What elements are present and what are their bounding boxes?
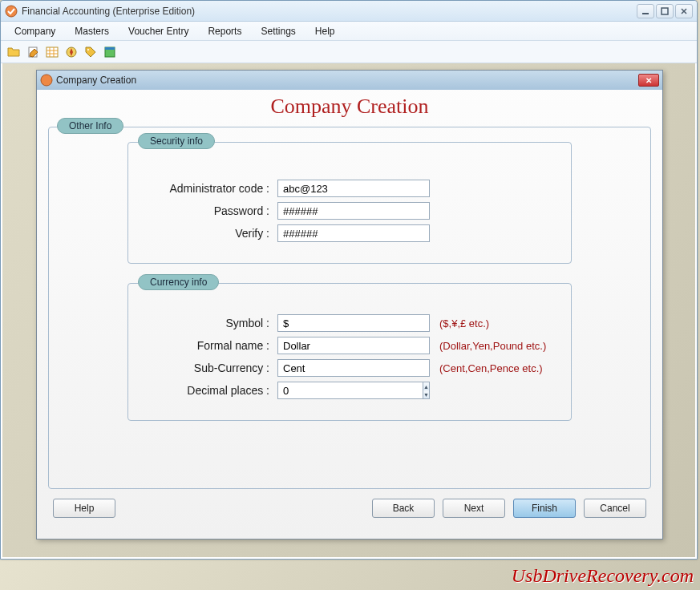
dialog-button-row: Help Back Next Finish Cancel xyxy=(48,499,651,518)
currency-legend: Currency info xyxy=(138,274,219,290)
mdi-area: Company Creation ✕ Company Creation Othe… xyxy=(2,63,695,557)
menu-masters[interactable]: Masters xyxy=(65,23,119,39)
menu-settings[interactable]: Settings xyxy=(251,23,305,39)
sub-currency-input[interactable] xyxy=(277,359,430,377)
menu-company[interactable]: Company xyxy=(5,23,65,39)
minimize-button[interactable] xyxy=(637,4,654,18)
verify-input[interactable] xyxy=(277,224,430,242)
window-icon[interactable] xyxy=(102,44,118,60)
svg-rect-1 xyxy=(642,13,649,14)
menubar: Company Masters Voucher Entry Reports Se… xyxy=(1,22,697,41)
app-window: Financial Accounting (Enterprise Edition… xyxy=(0,0,698,560)
titlebar: Financial Accounting (Enterprise Edition… xyxy=(1,1,697,22)
compass-icon[interactable] xyxy=(63,44,79,60)
next-button[interactable]: Next xyxy=(443,499,505,518)
other-info-legend: Other Info xyxy=(57,118,123,134)
svg-rect-2 xyxy=(662,8,668,14)
help-button[interactable]: Help xyxy=(53,499,115,518)
edit-icon[interactable] xyxy=(25,44,41,60)
folder-icon[interactable] xyxy=(6,44,22,60)
svg-rect-4 xyxy=(47,47,58,57)
svg-point-6 xyxy=(87,49,89,51)
password-input[interactable] xyxy=(277,202,430,220)
maximize-button[interactable] xyxy=(656,4,674,18)
currency-info-group: Currency info Symbol : ($,¥,£ etc.) Form… xyxy=(127,283,572,421)
decimal-places-spinner[interactable]: ▲ ▼ xyxy=(277,382,430,399)
back-button[interactable]: Back xyxy=(372,499,435,518)
menu-help[interactable]: Help xyxy=(305,23,345,39)
svg-rect-8 xyxy=(105,47,115,50)
formal-name-input[interactable] xyxy=(277,337,430,354)
window-controls xyxy=(637,4,693,18)
close-button[interactable] xyxy=(675,4,693,18)
app-title: Financial Accounting (Enterprise Edition… xyxy=(22,6,637,17)
menu-voucher-entry[interactable]: Voucher Entry xyxy=(119,23,198,39)
company-creation-dialog: Company Creation ✕ Company Creation Othe… xyxy=(36,70,663,539)
spinner-up-icon[interactable]: ▲ xyxy=(423,382,429,390)
symbol-label: Symbol : xyxy=(141,317,277,329)
dialog-heading: Company Creation xyxy=(48,95,651,119)
svg-point-9 xyxy=(41,75,52,86)
other-info-group: Other Info Security info Administrator c… xyxy=(48,127,651,489)
sub-currency-label: Sub-Currency : xyxy=(141,362,277,374)
menu-reports[interactable]: Reports xyxy=(198,23,251,39)
finish-button[interactable]: Finish xyxy=(513,499,576,518)
sub-currency-hint: (Cent,Cen,Pence etc.) xyxy=(439,362,543,374)
svg-point-0 xyxy=(6,6,17,17)
spinner-down-icon[interactable]: ▼ xyxy=(423,390,429,398)
table-icon[interactable] xyxy=(44,44,60,60)
dialog-close-button[interactable]: ✕ xyxy=(638,74,659,87)
symbol-input[interactable] xyxy=(277,314,430,332)
watermark: UsbDriveRecovery.com xyxy=(512,565,694,587)
security-info-group: Security info Administrator code : Passw… xyxy=(127,142,572,264)
admin-code-input[interactable] xyxy=(277,180,430,197)
dialog-title: Company Creation xyxy=(56,75,638,86)
toolbar xyxy=(1,41,697,63)
decimal-places-label: Decimal places : xyxy=(141,384,277,397)
decimal-places-input[interactable] xyxy=(277,382,423,399)
security-legend: Security info xyxy=(138,133,215,149)
dialog-icon xyxy=(40,74,53,87)
verify-label: Verify : xyxy=(141,227,277,240)
dialog-titlebar: Company Creation ✕ xyxy=(37,71,662,90)
app-icon xyxy=(5,5,18,18)
tag-icon[interactable] xyxy=(83,44,99,60)
formal-name-label: Formal name : xyxy=(141,339,277,352)
dialog-body: Company Creation Other Info Security inf… xyxy=(37,90,662,529)
admin-code-label: Administrator code : xyxy=(141,182,277,195)
formal-name-hint: (Dollar,Yen,Pound etc.) xyxy=(439,340,546,352)
cancel-button[interactable]: Cancel xyxy=(584,499,646,518)
password-label: Password : xyxy=(141,204,277,217)
symbol-hint: ($,¥,£ etc.) xyxy=(439,317,489,329)
